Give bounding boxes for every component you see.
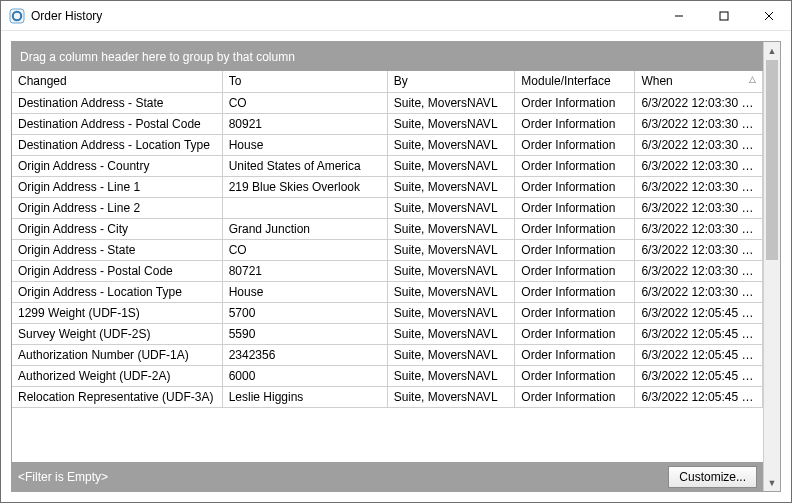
cell-when[interactable]: 6/3/2022 12:05:45 PM bbox=[635, 386, 763, 407]
cell-when[interactable]: 6/3/2022 12:03:30 PM bbox=[635, 281, 763, 302]
cell-when[interactable]: 6/3/2022 12:03:30 PM bbox=[635, 92, 763, 113]
table-row[interactable]: Destination Address - Postal Code80921Su… bbox=[12, 113, 763, 134]
table-row[interactable]: Authorization Number (UDF-1A)2342356Suit… bbox=[12, 344, 763, 365]
cell-module[interactable]: Order Information bbox=[515, 92, 635, 113]
cell-changed[interactable]: Origin Address - State bbox=[12, 239, 222, 260]
cell-module[interactable]: Order Information bbox=[515, 218, 635, 239]
cell-module[interactable]: Order Information bbox=[515, 302, 635, 323]
cell-module[interactable]: Order Information bbox=[515, 113, 635, 134]
cell-module[interactable]: Order Information bbox=[515, 134, 635, 155]
col-header-to[interactable]: To bbox=[222, 71, 387, 92]
cell-by[interactable]: Suite, MoversNAVL bbox=[387, 260, 515, 281]
cell-when[interactable]: 6/3/2022 12:05:45 PM bbox=[635, 302, 763, 323]
cell-module[interactable]: Order Information bbox=[515, 281, 635, 302]
cell-changed[interactable]: Destination Address - State bbox=[12, 92, 222, 113]
cell-by[interactable]: Suite, MoversNAVL bbox=[387, 323, 515, 344]
scrollbar-thumb[interactable] bbox=[766, 60, 778, 260]
cell-to[interactable]: House bbox=[222, 134, 387, 155]
cell-changed[interactable]: Origin Address - Postal Code bbox=[12, 260, 222, 281]
cell-by[interactable]: Suite, MoversNAVL bbox=[387, 365, 515, 386]
cell-when[interactable]: 6/3/2022 12:03:30 PM bbox=[635, 176, 763, 197]
cell-changed[interactable]: Destination Address - Postal Code bbox=[12, 113, 222, 134]
cell-changed[interactable]: Relocation Representative (UDF-3A) bbox=[12, 386, 222, 407]
cell-by[interactable]: Suite, MoversNAVL bbox=[387, 134, 515, 155]
vertical-scrollbar[interactable]: ▲ ▼ bbox=[763, 42, 780, 491]
cell-changed[interactable]: 1299 Weight (UDF-1S) bbox=[12, 302, 222, 323]
cell-by[interactable]: Suite, MoversNAVL bbox=[387, 113, 515, 134]
table-row[interactable]: Authorized Weight (UDF-2A)6000Suite, Mov… bbox=[12, 365, 763, 386]
cell-when[interactable]: 6/3/2022 12:03:30 PM bbox=[635, 260, 763, 281]
cell-module[interactable]: Order Information bbox=[515, 239, 635, 260]
cell-changed[interactable]: Destination Address - Location Type bbox=[12, 134, 222, 155]
cell-when[interactable]: 6/3/2022 12:03:30 PM bbox=[635, 218, 763, 239]
table-row[interactable]: Origin Address - Postal Code80721Suite, … bbox=[12, 260, 763, 281]
cell-module[interactable]: Order Information bbox=[515, 344, 635, 365]
cell-by[interactable]: Suite, MoversNAVL bbox=[387, 239, 515, 260]
table-scroll-region[interactable]: Changed To By Module/Interface When △ bbox=[12, 71, 763, 462]
table-row[interactable]: Origin Address - CityGrand JunctionSuite… bbox=[12, 218, 763, 239]
cell-changed[interactable]: Origin Address - Line 1 bbox=[12, 176, 222, 197]
table-row[interactable]: Origin Address - CountryUnited States of… bbox=[12, 155, 763, 176]
cell-module[interactable]: Order Information bbox=[515, 197, 635, 218]
cell-to[interactable]: CO bbox=[222, 239, 387, 260]
cell-to[interactable]: 5590 bbox=[222, 323, 387, 344]
cell-when[interactable]: 6/3/2022 12:05:45 PM bbox=[635, 344, 763, 365]
cell-changed[interactable]: Survey Weight (UDF-2S) bbox=[12, 323, 222, 344]
cell-to[interactable]: Leslie Higgins bbox=[222, 386, 387, 407]
cell-to[interactable]: 6000 bbox=[222, 365, 387, 386]
cell-to[interactable]: 80721 bbox=[222, 260, 387, 281]
cell-changed[interactable]: Authorization Number (UDF-1A) bbox=[12, 344, 222, 365]
scroll-up-arrow-icon[interactable]: ▲ bbox=[764, 42, 780, 59]
table-row[interactable]: Destination Address - StateCOSuite, Move… bbox=[12, 92, 763, 113]
cell-by[interactable]: Suite, MoversNAVL bbox=[387, 176, 515, 197]
table-row[interactable]: Survey Weight (UDF-2S)5590Suite, MoversN… bbox=[12, 323, 763, 344]
cell-when[interactable]: 6/3/2022 12:03:30 PM bbox=[635, 239, 763, 260]
cell-module[interactable]: Order Information bbox=[515, 176, 635, 197]
cell-changed[interactable]: Authorized Weight (UDF-2A) bbox=[12, 365, 222, 386]
group-by-panel[interactable]: Drag a column header here to group by th… bbox=[12, 42, 763, 71]
col-header-changed[interactable]: Changed bbox=[12, 71, 222, 92]
cell-module[interactable]: Order Information bbox=[515, 323, 635, 344]
cell-changed[interactable]: Origin Address - Line 2 bbox=[12, 197, 222, 218]
cell-changed[interactable]: Origin Address - City bbox=[12, 218, 222, 239]
cell-by[interactable]: Suite, MoversNAVL bbox=[387, 302, 515, 323]
cell-by[interactable]: Suite, MoversNAVL bbox=[387, 386, 515, 407]
col-header-by[interactable]: By bbox=[387, 71, 515, 92]
cell-when[interactable]: 6/3/2022 12:03:30 PM bbox=[635, 134, 763, 155]
cell-when[interactable]: 6/3/2022 12:05:45 PM bbox=[635, 323, 763, 344]
cell-by[interactable]: Suite, MoversNAVL bbox=[387, 281, 515, 302]
cell-to[interactable]: House bbox=[222, 281, 387, 302]
cell-changed[interactable]: Origin Address - Location Type bbox=[12, 281, 222, 302]
table-row[interactable]: Origin Address - Line 2Suite, MoversNAVL… bbox=[12, 197, 763, 218]
cell-by[interactable]: Suite, MoversNAVL bbox=[387, 92, 515, 113]
cell-when[interactable]: 6/3/2022 12:05:45 PM bbox=[635, 365, 763, 386]
table-row[interactable]: Destination Address - Location TypeHouse… bbox=[12, 134, 763, 155]
cell-when[interactable]: 6/3/2022 12:03:30 PM bbox=[635, 197, 763, 218]
cell-module[interactable]: Order Information bbox=[515, 365, 635, 386]
cell-by[interactable]: Suite, MoversNAVL bbox=[387, 155, 515, 176]
close-button[interactable] bbox=[746, 1, 791, 30]
col-header-module[interactable]: Module/Interface bbox=[515, 71, 635, 92]
cell-module[interactable]: Order Information bbox=[515, 260, 635, 281]
cell-by[interactable]: Suite, MoversNAVL bbox=[387, 218, 515, 239]
cell-to[interactable]: CO bbox=[222, 92, 387, 113]
cell-to[interactable] bbox=[222, 197, 387, 218]
cell-when[interactable]: 6/3/2022 12:03:30 PM bbox=[635, 155, 763, 176]
scroll-down-arrow-icon[interactable]: ▼ bbox=[764, 474, 780, 491]
table-row[interactable]: Origin Address - Line 1219 Blue Skies Ov… bbox=[12, 176, 763, 197]
cell-changed[interactable]: Origin Address - Country bbox=[12, 155, 222, 176]
cell-to[interactable]: Grand Junction bbox=[222, 218, 387, 239]
titlebar[interactable]: Order History bbox=[1, 1, 791, 31]
cell-by[interactable]: Suite, MoversNAVL bbox=[387, 197, 515, 218]
customize-button[interactable]: Customize... bbox=[668, 466, 757, 488]
cell-when[interactable]: 6/3/2022 12:03:30 PM bbox=[635, 113, 763, 134]
table-row[interactable]: Origin Address - StateCOSuite, MoversNAV… bbox=[12, 239, 763, 260]
cell-by[interactable]: Suite, MoversNAVL bbox=[387, 344, 515, 365]
table-row[interactable]: Origin Address - Location TypeHouseSuite… bbox=[12, 281, 763, 302]
table-row[interactable]: 1299 Weight (UDF-1S)5700Suite, MoversNAV… bbox=[12, 302, 763, 323]
cell-to[interactable]: 5700 bbox=[222, 302, 387, 323]
minimize-button[interactable] bbox=[656, 1, 701, 30]
maximize-button[interactable] bbox=[701, 1, 746, 30]
col-header-when[interactable]: When △ bbox=[635, 71, 763, 92]
cell-module[interactable]: Order Information bbox=[515, 155, 635, 176]
